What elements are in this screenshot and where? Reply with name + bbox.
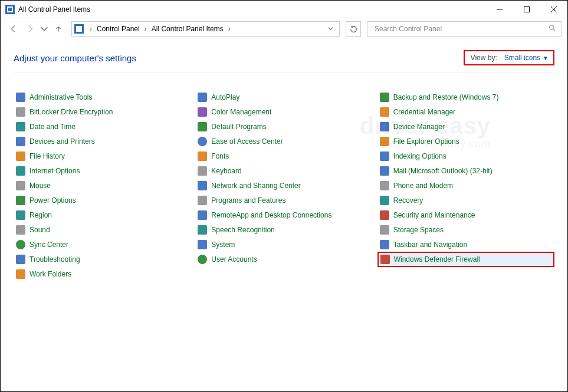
view-by-label: View by: — [471, 54, 497, 62]
control-panel-item-label: User Accounts — [211, 255, 257, 263]
search-box[interactable] — [367, 21, 562, 37]
control-panel-item[interactable]: Administrative Tools — [14, 90, 191, 104]
titlebar: All Control Panel Items — [1, 1, 567, 18]
bitlocker-icon — [15, 107, 26, 117]
chevron-down-icon: ▼ — [543, 55, 549, 61]
control-panel-item-label: AutoPlay — [211, 93, 239, 101]
control-panel-item[interactable]: Region — [14, 207, 191, 222]
breadcrumb-root[interactable]: Control Panel — [96, 25, 141, 33]
svg-rect-2 — [8, 8, 12, 11]
device-manager-icon — [379, 121, 390, 132]
control-panel-item-label: Ease of Access Center — [211, 137, 283, 146]
mail-icon — [379, 166, 390, 176]
autoplay-icon — [197, 92, 208, 103]
control-panel-item-label: Network and Sharing Center — [211, 182, 300, 190]
view-by-selector[interactable]: View by: Small icons ▼ — [464, 50, 554, 65]
control-panel-item[interactable]: Programs and Features — [195, 193, 372, 207]
control-panel-item[interactable]: Work Folders — [14, 266, 191, 281]
control-panel-item[interactable]: File Explorer Options — [377, 134, 554, 149]
control-panel-item[interactable]: Date and Time — [14, 119, 191, 134]
control-panel-item[interactable]: Network and Sharing Center — [195, 178, 372, 193]
nav-up-button[interactable] — [51, 22, 65, 36]
control-panel-item[interactable]: Phone and Modem — [377, 178, 554, 193]
control-panel-item[interactable]: Mouse — [14, 178, 191, 193]
control-panel-item[interactable]: Color Management — [195, 104, 372, 119]
search-input[interactable] — [373, 24, 549, 34]
control-panel-item[interactable]: Speech Recognition — [195, 222, 372, 237]
control-panel-item[interactable]: Storage Spaces — [377, 222, 554, 237]
breadcrumb-separator-icon[interactable]: › — [142, 25, 149, 33]
control-panel-item[interactable]: Windows Defender Firewall — [377, 252, 554, 267]
devices-printers-icon — [15, 136, 26, 147]
control-panel-item-label: Mail (Microsoft Outlook) (32-bit) — [393, 167, 493, 175]
control-panel-item[interactable]: Keyboard — [195, 163, 372, 178]
control-panel-item[interactable]: Fonts — [195, 149, 372, 163]
window-controls — [486, 1, 567, 18]
control-panel-item-label: Administrative Tools — [29, 93, 93, 101]
control-panel-item-label: BitLocker Drive Encryption — [29, 108, 113, 116]
control-panel-item[interactable]: File History — [14, 149, 191, 163]
refresh-button[interactable] — [346, 21, 361, 37]
taskbar-navigation-icon — [379, 239, 390, 250]
control-panel-item-label: Security and Maintenance — [393, 211, 475, 219]
control-panel-item[interactable]: Credential Manager — [377, 104, 554, 119]
backup-restore-icon — [379, 92, 390, 103]
nav-recent-dropdown[interactable] — [40, 22, 49, 36]
control-panel-item[interactable]: Device Manager — [377, 119, 554, 134]
content-area: Adjust your computer's settings View by:… — [1, 39, 567, 281]
region-icon — [15, 210, 26, 220]
control-panel-item[interactable]: Internet Options — [14, 163, 191, 178]
control-panel-item-label: Sync Center — [29, 241, 68, 249]
control-panel-item[interactable]: RemoteApp and Desktop Connections — [195, 207, 372, 222]
credential-manager-icon — [379, 107, 390, 117]
search-icon[interactable] — [549, 24, 556, 34]
control-panel-item[interactable]: Mail (Microsoft Outlook) (32-bit) — [377, 163, 554, 178]
breadcrumb-separator-icon[interactable]: › — [226, 25, 233, 33]
control-panel-item[interactable]: AutoPlay — [195, 90, 372, 104]
content-header: Adjust your computer's settings View by:… — [14, 50, 554, 73]
control-panel-item-label: Sound — [29, 226, 50, 234]
address-bar[interactable]: › Control Panel › All Control Panel Item… — [71, 21, 340, 37]
control-panel-item[interactable]: User Accounts — [195, 252, 372, 266]
control-panel-item[interactable]: BitLocker Drive Encryption — [14, 104, 191, 119]
minimize-button[interactable] — [486, 1, 513, 18]
control-panel-item-label: Internet Options — [29, 167, 80, 175]
default-programs-icon — [197, 121, 208, 132]
control-panel-item-label: File Explorer Options — [393, 137, 459, 146]
remoteapp-icon — [197, 210, 208, 220]
control-panel-item[interactable]: Taskbar and Navigation — [377, 237, 554, 252]
admin-tools-icon — [15, 92, 26, 103]
control-panel-item[interactable]: Recovery — [377, 193, 554, 207]
navigation-row: › Control Panel › All Control Panel Item… — [1, 18, 567, 39]
control-panel-item[interactable]: Default Programs — [195, 119, 372, 134]
sync-center-icon — [15, 239, 26, 250]
security-maintenance-icon — [379, 210, 390, 220]
control-panel-item-label: System — [211, 241, 235, 249]
control-panel-item[interactable]: System — [195, 237, 372, 252]
nav-back-button[interactable] — [6, 22, 21, 36]
control-panel-item[interactable]: Sync Center — [14, 237, 191, 252]
troubleshooting-icon — [15, 254, 26, 265]
control-panel-item[interactable]: Power Options — [14, 193, 191, 207]
control-panel-items-grid: Administrative ToolsBitLocker Drive Encr… — [14, 90, 554, 281]
control-panel-item[interactable]: Indexing Options — [377, 149, 554, 163]
control-panel-item[interactable]: Backup and Restore (Windows 7) — [377, 90, 554, 104]
control-panel-item[interactable]: Troubleshooting — [14, 252, 191, 266]
control-panel-item[interactable]: Devices and Printers — [14, 134, 191, 149]
sound-icon — [15, 225, 26, 235]
control-panel-item[interactable]: Security and Maintenance — [377, 207, 554, 222]
nav-forward-button[interactable] — [23, 22, 37, 36]
breadcrumb-current[interactable]: All Control Panel Items — [150, 25, 225, 33]
breadcrumb-separator-icon[interactable]: › — [87, 25, 94, 33]
work-folders-icon — [15, 269, 26, 279]
mouse-icon — [15, 180, 26, 191]
maximize-button[interactable] — [513, 1, 540, 18]
internet-options-icon — [15, 166, 26, 176]
control-panel-item-label: Default Programs — [211, 123, 266, 131]
address-history-dropdown[interactable] — [324, 25, 337, 33]
control-panel-item-label: Keyboard — [211, 167, 241, 175]
control-panel-item[interactable]: Ease of Access Center — [195, 134, 372, 149]
control-panel-item[interactable]: Sound — [14, 222, 191, 237]
close-button[interactable] — [540, 1, 567, 18]
control-panel-item-label: File History — [29, 152, 65, 160]
